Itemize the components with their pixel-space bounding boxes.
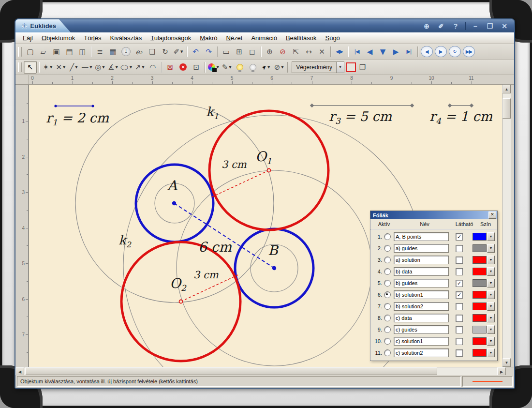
pin-icon[interactable]: ✐ (436, 22, 446, 30)
dashed-ab[interactable] (174, 203, 274, 268)
measure-r4-endpoint[interactable] (470, 104, 473, 107)
layer-color-dropdown-icon[interactable]: ▼ (487, 314, 495, 322)
delete-box-button[interactable]: ⊡ (190, 61, 203, 74)
layer-name-input[interactable] (394, 302, 449, 311)
horizontal-scrollbar[interactable]: ◀ ▶ (15, 367, 514, 375)
layer-active-radio[interactable] (384, 280, 391, 287)
layer-name-input[interactable] (394, 244, 449, 253)
bulb-off-button[interactable] (246, 61, 259, 74)
zoom-window-icon[interactable]: ⊕ (422, 22, 431, 30)
label-o2[interactable]: O2 (170, 275, 187, 293)
label-k1[interactable]: k1 (206, 105, 219, 121)
menu-item-trls[interactable]: Törlés (79, 33, 105, 43)
comment-button[interactable]: ❏ (146, 45, 159, 58)
maximize-icon[interactable]: ❐ (485, 22, 495, 30)
delete-point-button[interactable]: ⊠ (163, 61, 177, 74)
label-3cm-bottom[interactable]: 3 cm (193, 269, 219, 281)
layer-visible-checkbox[interactable] (456, 315, 463, 322)
layer-color-dropdown-icon[interactable]: ▼ (487, 325, 495, 334)
collapse-button[interactable]: ✕ (315, 45, 328, 58)
layer-color-swatch[interactable] (473, 337, 487, 345)
measure-r1-endpoint[interactable] (91, 105, 94, 107)
refresh-button[interactable]: ↻ (159, 45, 172, 58)
dropdown-arrow-icon[interactable]: ▼ (89, 65, 92, 69)
layer-color-dropdown-icon[interactable]: ▼ (487, 267, 495, 276)
vertical-scrollbar[interactable]: ▲ ▼ (502, 85, 511, 367)
nav-next-button[interactable]: ▶ (389, 45, 402, 58)
swap-pages-button[interactable]: ◀▶ (333, 45, 346, 58)
layer-active-radio[interactable] (384, 338, 391, 345)
nav-last-button[interactable]: ▶| (402, 45, 415, 58)
all-layers-button[interactable]: ❐ (356, 61, 369, 74)
layer-color-swatch[interactable] (473, 256, 487, 264)
layer-visible-checkbox[interactable]: ✓ (456, 233, 463, 241)
dropdown-arrow-icon[interactable]: ▼ (63, 65, 65, 69)
layer-visible-checkbox[interactable] (456, 245, 463, 252)
redo-button[interactable]: ↷ (202, 45, 215, 58)
menu-item-tulajdonsgok[interactable]: Tulajdonságok (146, 33, 195, 43)
layer-visible-checkbox[interactable] (456, 303, 463, 310)
layer-color-dropdown-icon[interactable]: ▼ (487, 302, 495, 311)
layer-visible-checkbox[interactable] (456, 349, 463, 357)
hide-object-tool[interactable]: ⊘▼ (272, 61, 285, 74)
layer-color-dropdown-icon[interactable]: ▼ (487, 348, 495, 357)
measure-r4-endpoint[interactable] (448, 104, 452, 107)
vector-tool[interactable]: ↗▼ (133, 61, 146, 74)
label-r3[interactable]: r3 = 5 cm (329, 109, 392, 126)
horizontal-scroll-thumb[interactable] (25, 367, 437, 375)
dropdown-arrow-icon[interactable]: ▼ (130, 65, 132, 69)
select-multi-button[interactable]: ◻ (246, 45, 259, 58)
help-icon[interactable]: ? (451, 22, 460, 30)
anim-ffwd-button[interactable]: ▶▶ (463, 46, 475, 57)
layer-color-dropdown-icon[interactable]: ▼ (487, 244, 495, 253)
dropdown-arrow-icon[interactable]: ▼ (102, 65, 104, 69)
dropdown-arrow-icon[interactable]: ▼ (142, 65, 144, 69)
layer-color-swatch[interactable] (473, 314, 487, 322)
angle-tool[interactable]: ∡▼ (106, 61, 119, 74)
dashed-radius-o1[interactable] (212, 170, 269, 197)
layer-name-input[interactable] (394, 279, 449, 287)
point-a[interactable] (172, 201, 176, 205)
zoom-off-button[interactable]: ⊘ (276, 45, 289, 58)
layer-name-input[interactable] (394, 325, 449, 334)
layer-visible-checkbox[interactable]: ✓ (456, 280, 463, 287)
fit-width-button[interactable]: ↔ (302, 45, 315, 58)
layer-active-radio[interactable] (384, 326, 391, 333)
point-o1[interactable] (267, 169, 271, 172)
select-rect-button[interactable]: ▭ (220, 45, 233, 58)
e2-button[interactable]: e₂ (133, 45, 146, 58)
dropdown-arrow-icon[interactable]: ▼ (229, 65, 231, 69)
anim-loop-button[interactable]: ↻ (449, 46, 461, 57)
select-cursor-tool[interactable]: ↖ (24, 61, 37, 74)
layer-color-swatch[interactable] (473, 302, 487, 310)
menu-item-belltsok[interactable]: Beállítások (281, 33, 321, 43)
dropdown-arrow-icon[interactable]: ▼ (116, 65, 118, 69)
text-panel-button[interactable]: ≡ (93, 45, 106, 58)
layer-name-input[interactable] (394, 314, 449, 322)
arc-tool[interactable]: ◠ (146, 61, 159, 74)
menu-item-nzet[interactable]: Nézet (222, 33, 247, 43)
menu-item-fjl[interactable]: Fájl (18, 33, 37, 43)
drawing-canvas[interactable]: r1 = 2 cmr3 = 5 cmr4 = 1 cmk1k2O1O2AB3 c… (29, 85, 502, 367)
layer-color-swatch[interactable] (473, 291, 487, 299)
save-button[interactable]: ▣ (50, 45, 63, 58)
menu-item-animci[interactable]: Animáció (247, 33, 281, 43)
dropdown-arrow-icon[interactable]: ▼ (180, 50, 183, 54)
download-circle-button[interactable]: ↓ (119, 45, 133, 58)
label-a[interactable]: A (167, 178, 177, 194)
nav-prev-button[interactable]: ◀ (363, 45, 376, 58)
grid-button[interactable]: ▦ (106, 45, 119, 58)
measure-transfer-button[interactable]: ✐▼ (172, 45, 185, 58)
segment-tool[interactable]: —▼ (80, 61, 93, 74)
minimize-icon[interactable]: – (471, 22, 480, 30)
open-button[interactable]: ▱ (37, 45, 50, 58)
layer-active-radio[interactable] (384, 257, 391, 263)
palette-close-icon[interactable]: ✕ (488, 212, 496, 219)
title-bar[interactable]: ✳ Euklides ⊕✐?–❐✕ (15, 19, 514, 32)
point-b[interactable] (272, 266, 276, 270)
layer-active-radio[interactable] (384, 349, 391, 356)
anim-play-button[interactable]: ▶ (435, 46, 447, 57)
layer-visible-checkbox[interactable] (456, 338, 463, 345)
layer-color-dropdown-icon[interactable]: ▼ (487, 232, 495, 241)
layer-color-dropdown-icon[interactable]: ▼ (487, 290, 495, 299)
